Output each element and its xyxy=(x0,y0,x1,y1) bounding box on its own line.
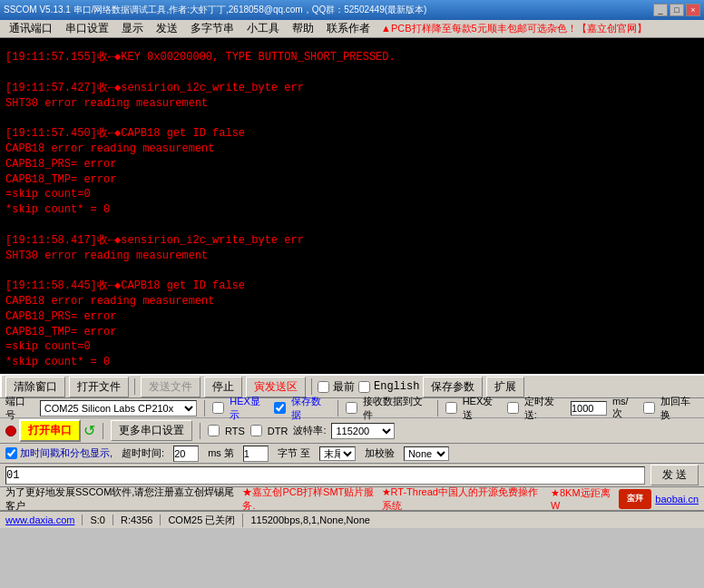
last-checkbox[interactable] xyxy=(318,381,329,393)
terminal-line: *skip count* = 0 xyxy=(5,202,699,218)
terminal-line: =skip count=0 xyxy=(5,187,699,202)
port-config-row1: 端口号 COM25 Silicon Labs CP210x HEX显示 保存数据… xyxy=(0,397,704,417)
send-file-button[interactable]: 发送文件 xyxy=(141,377,200,397)
port-status: COM25 已关闭 xyxy=(168,514,243,527)
recv-to-file-checkbox[interactable] xyxy=(346,402,357,414)
last-label: 最前 xyxy=(333,379,355,395)
menu-display[interactable]: 显示 xyxy=(116,20,149,37)
status-bar: www.daxia.com S:0 R:4356 COM25 已关闭 11520… xyxy=(0,510,704,528)
terminal-line: CAPB18 error reading measurement xyxy=(5,294,699,309)
english-checkbox[interactable] xyxy=(358,381,370,393)
sep3 xyxy=(337,400,338,416)
send-textbox[interactable] xyxy=(5,466,645,485)
sep2 xyxy=(204,400,205,416)
refresh-icon[interactable]: ↺ xyxy=(83,422,95,439)
add-crlf-checkbox[interactable] xyxy=(643,402,655,414)
menu-send[interactable]: 发送 xyxy=(151,20,183,37)
timed-send-checkbox[interactable] xyxy=(507,402,519,414)
sep6 xyxy=(200,423,200,439)
menu-contact[interactable]: 联系作者 xyxy=(321,20,376,37)
terminal-line: =skip count=0 xyxy=(5,339,699,355)
terminal-line: CAPB18_TMP= error xyxy=(5,172,699,188)
close-button[interactable]: × xyxy=(686,4,700,16)
hex-send-label: HEX发送 xyxy=(463,395,502,422)
more-port-button[interactable]: 更多串口设置 xyxy=(111,420,192,441)
options-row: 加时间戳和分包显示, 超时时间: ms 第 字节 至 末尾 加校验 None xyxy=(0,443,704,463)
terminal-line: [19:11:57.427]收←◆sensirion_i2c_write_byt… xyxy=(5,81,699,96)
terminal-output: [19:10:18.735]收←◆Link[0]param update,int… xyxy=(0,38,704,374)
logo-area: 蛮拜 baobai.cn xyxy=(619,489,699,509)
add-crlf-label: 加回车换 xyxy=(660,395,699,422)
terminal-line xyxy=(5,111,699,126)
dtr-checkbox[interactable] xyxy=(250,425,262,436)
title-bar: SSCOM V5.13.1 串口/网络数据调试工具,作者:大虾丁丁,261805… xyxy=(0,0,704,20)
timeout-input[interactable] xyxy=(173,446,199,462)
byte-label: 字节 至 xyxy=(278,446,310,460)
menu-ad[interactable]: ▲PCB打样降至每款5元顺丰包邮可选杂色！【嘉立创官网】 xyxy=(381,22,647,35)
menu-help[interactable]: 帮助 xyxy=(287,20,319,37)
hex-send-checkbox[interactable] xyxy=(445,402,457,414)
promo-star2: ★RT-Thread中国人的开源免费操作系统 xyxy=(382,486,547,510)
baud-select[interactable]: 115200 xyxy=(331,423,395,439)
terminal-line xyxy=(5,65,699,81)
hex-display-checkbox[interactable] xyxy=(212,402,224,414)
open-port-button[interactable]: 打开串口 xyxy=(19,419,81,442)
rts-label: RTS xyxy=(225,426,245,436)
toolbar-separator-1 xyxy=(134,378,135,395)
checksum-label: 加校验 xyxy=(365,446,395,460)
menu-comport[interactable]: 通讯端口 xyxy=(4,20,58,37)
rts-checkbox[interactable] xyxy=(208,425,220,436)
terminal-line: CAPB18 error reading measurement xyxy=(5,142,699,157)
menu-multistring[interactable]: 多字节串 xyxy=(185,20,240,37)
byte-to-select[interactable]: 末尾 xyxy=(319,446,356,461)
sep5 xyxy=(103,423,103,439)
promo-star1: ★嘉立创PCB打样SMT贴片服务. xyxy=(242,486,377,510)
menu-tools[interactable]: 小工具 xyxy=(241,20,285,37)
timed-send-label: 定时发送: xyxy=(524,395,565,422)
send-button[interactable]: 发 送 xyxy=(650,465,699,485)
terminal-line: [19:11:57.450]收←◆CAPB18 get ID false xyxy=(5,126,699,142)
promo-text: 为了更好地发展SSCOM软件,请您注册嘉立创焊锡尾客户 xyxy=(5,486,239,510)
terminal-line xyxy=(5,218,699,233)
timeout-label: 超时时间: xyxy=(122,446,164,460)
recv-to-file-label: 接收数据到文件 xyxy=(363,395,430,422)
led-indicator xyxy=(5,426,16,436)
save-data-label: 保存数据 xyxy=(291,395,329,422)
add-time-checkbox[interactable] xyxy=(5,447,17,459)
terminal-line: [19:11:58.417]收←◆sensirion_i2c_write_byt… xyxy=(5,233,699,249)
baud-info: 115200bps,8,1,None,None xyxy=(250,514,370,525)
open-file-button[interactable]: 打开文件 xyxy=(69,377,129,397)
terminal-line: SHT30 error reading measurement xyxy=(5,249,699,264)
terminal-line: CAPB18_TMP= error xyxy=(5,325,699,340)
r-count: R:4356 xyxy=(121,514,161,525)
terminal-line: *skip count* = 0 xyxy=(5,355,699,370)
checksum-select[interactable]: None xyxy=(404,446,449,461)
sep4 xyxy=(437,400,438,416)
s-count: S:0 xyxy=(90,514,113,525)
english-label: English xyxy=(374,380,419,393)
port-select[interactable]: COM25 Silicon Labs CP210x xyxy=(40,400,197,416)
terminal-line xyxy=(5,263,699,279)
terminal-line: [19:11:58.445]收←◆CAPB18 get ID false xyxy=(5,279,699,294)
dtr-label: DTR xyxy=(268,426,288,436)
window-controls: _ □ × xyxy=(653,4,700,16)
timed-send-unit: ms/次 xyxy=(612,396,638,420)
promo-bar: 为了更好地发展SSCOM软件,请您注册嘉立创焊锡尾客户 ★嘉立创PCB打样SMT… xyxy=(0,486,704,510)
byte-from-input[interactable] xyxy=(243,446,269,462)
open-port-group: 打开串口 ↺ xyxy=(5,419,95,442)
toolbar-separator-2 xyxy=(311,378,312,395)
maximize-button[interactable]: □ xyxy=(670,4,684,16)
add-time-label: 加时间戳和分包显示, xyxy=(20,446,112,460)
website-status[interactable]: www.daxia.com xyxy=(5,514,83,525)
menu-serialsettings[interactable]: 串口设置 xyxy=(60,20,114,37)
logo-link[interactable]: baobai.cn xyxy=(655,494,699,505)
terminal-line: SHT30 error reading measurement xyxy=(5,96,699,112)
save-data-checkbox[interactable] xyxy=(274,402,286,414)
promo-star3: ★8KM远距离W xyxy=(551,486,615,510)
timed-send-input[interactable] xyxy=(571,401,607,416)
terminal-line: [19:11:57.155]收←◆KEY 0x00200000, TYPE BU… xyxy=(5,50,699,65)
hex-display-label: HEX显示 xyxy=(230,395,269,422)
port-config-row2: 打开串口 ↺ 更多串口设置 RTS DTR 波特率: 115200 xyxy=(0,417,704,443)
minimize-button[interactable]: _ xyxy=(653,4,668,16)
ms-label: ms 第 xyxy=(208,446,234,460)
